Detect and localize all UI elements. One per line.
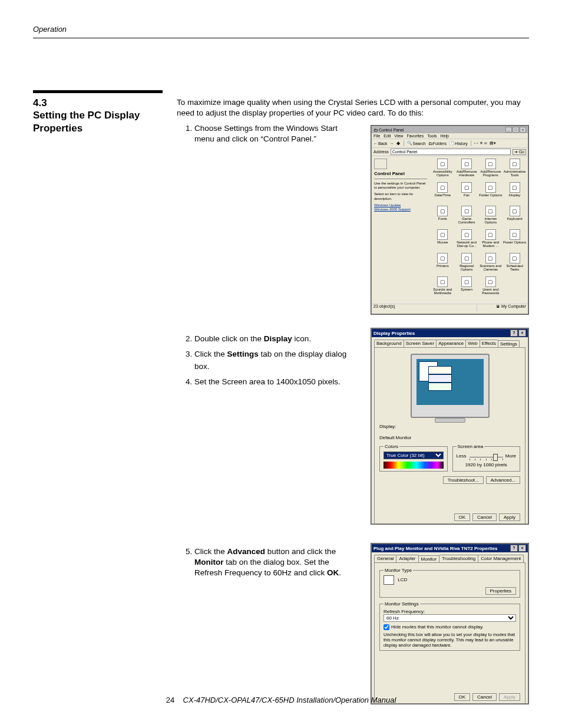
- minimize-icon[interactable]: _: [505, 127, 512, 133]
- forward-button[interactable]: →: [390, 141, 394, 146]
- cp-item-label: System: [455, 288, 479, 291]
- control-panel-item[interactable]: ▢Power Options: [503, 229, 527, 252]
- folders-button[interactable]: 🗀 Folders: [428, 141, 447, 146]
- section-title: Setting the PC Display Properties: [33, 110, 140, 133]
- tab-adapter[interactable]: Adapter: [396, 555, 418, 562]
- color-gradient-icon: [384, 462, 444, 469]
- tab-effects[interactable]: Effects: [480, 340, 498, 347]
- control-panel-item[interactable]: ▢Sounds and Multimedia: [431, 276, 455, 299]
- control-panel-item[interactable]: ▢Regional Options: [455, 253, 479, 275]
- section-heading: 4.3 Setting the PC Display Properties: [33, 97, 163, 134]
- control-panel-item[interactable]: ▢Fonts: [431, 206, 455, 228]
- control-panel-item[interactable]: ▢Fax: [455, 182, 479, 205]
- control-panel-item[interactable]: ▢Game Controllers: [455, 206, 479, 228]
- control-panel-item[interactable]: ▢Mouse: [431, 229, 455, 252]
- tab-troubleshooting[interactable]: Troubleshooting: [439, 555, 478, 562]
- menu-edit[interactable]: Edit: [384, 134, 391, 138]
- screenshot-display-properties: Display Properties ? × BackgroundScreen …: [371, 328, 528, 524]
- tab-screen-saver[interactable]: Screen Saver: [404, 340, 437, 347]
- titlebar: 🗀 Control Panel _ □ ×: [372, 126, 528, 133]
- menu-file[interactable]: File: [373, 134, 380, 138]
- page-number: 24: [166, 696, 174, 704]
- control-panel-item[interactable]: ▢Printers: [431, 253, 455, 275]
- views-button[interactable]: ▤▾: [490, 141, 496, 146]
- hide-modes-note: Unchecking this box will allow you to se…: [384, 632, 516, 648]
- cp-item-icon: ▢: [485, 229, 496, 240]
- history-button[interactable]: 🕘 History: [449, 141, 468, 146]
- status-location: 🖥 My Computer: [477, 304, 528, 311]
- help-icon[interactable]: ?: [510, 545, 518, 552]
- control-panel-item[interactable]: ▢Scheduled Tasks: [503, 253, 527, 275]
- cp-item-label: Add/Remove Programs: [479, 170, 503, 177]
- header-rule: [33, 38, 529, 38]
- control-panel-item[interactable]: ▢Phone and Modem ...: [479, 229, 503, 252]
- tab-general[interactable]: General: [374, 555, 396, 562]
- menu-bar: File Edit View Favorites Tools Help: [372, 133, 528, 139]
- maximize-icon[interactable]: □: [513, 127, 519, 133]
- screen-area-legend: Screen area: [457, 444, 485, 449]
- cp-item-label: Keyboard: [503, 217, 527, 220]
- control-panel-item[interactable]: ▢Network and Dial-up Co...: [455, 229, 479, 252]
- troubleshoot-button[interactable]: Troubleshoot...: [443, 476, 484, 484]
- control-panel-item[interactable]: ▢Users and Passwords: [479, 276, 503, 299]
- close-icon[interactable]: ×: [518, 330, 526, 337]
- close-icon[interactable]: ×: [518, 545, 526, 552]
- slider-thumb-icon[interactable]: [493, 454, 498, 461]
- cp-item-icon: ▢: [510, 229, 520, 240]
- hide-modes-input[interactable]: [384, 624, 389, 630]
- tab-appearance[interactable]: Appearance: [436, 340, 466, 347]
- tab-web[interactable]: Web: [465, 340, 480, 347]
- cp-item-label: Regional Options: [455, 264, 479, 272]
- cp-item-label: Internet Options: [479, 217, 503, 225]
- menu-favorites[interactable]: Favorites: [406, 134, 424, 138]
- cp-item-label: Network and Dial-up Co...: [455, 241, 479, 248]
- up-button[interactable]: 🡹: [396, 141, 401, 146]
- control-panel-item[interactable]: ▢Administrative Tools: [503, 159, 527, 181]
- control-panel-item[interactable]: ▢Add/Remove Programs: [479, 159, 503, 181]
- advanced-button[interactable]: Advanced...: [486, 476, 520, 484]
- address-input[interactable]: [391, 149, 511, 155]
- link-windows-update[interactable]: Windows Update: [374, 203, 427, 207]
- section-number: 4.3: [33, 97, 47, 108]
- control-panel-item[interactable]: ▢Internet Options: [479, 206, 503, 228]
- link-windows-2000-support[interactable]: Windows 2000 Support: [374, 207, 427, 211]
- section-rule: [33, 90, 163, 93]
- cancel-button[interactable]: Cancel: [472, 513, 497, 521]
- monitor-panel: Monitor Type LCD Properties Monitor Sett…: [374, 562, 525, 704]
- control-panel-item[interactable]: ▢Display: [503, 182, 527, 205]
- menu-tools[interactable]: Tools: [427, 134, 437, 138]
- control-panel-item[interactable]: ▢System: [455, 276, 479, 299]
- tab-strip: BackgroundScreen SaverAppearanceWebEffec…: [372, 337, 528, 347]
- step-2: Double click on the Display icon.: [194, 333, 351, 345]
- control-panel-item[interactable]: ▢Add/Remove Hardware: [455, 159, 479, 181]
- window-title: 🗀 Control Panel: [373, 128, 404, 132]
- control-panel-item[interactable]: ▢Keyboard: [503, 206, 527, 228]
- control-panel-item[interactable]: ▢Scanners and Cameras: [479, 253, 503, 275]
- properties-button[interactable]: Properties: [485, 587, 516, 595]
- control-panel-item[interactable]: ▢Date/Time: [431, 182, 455, 205]
- control-panel-item[interactable]: ▢Folder Options: [479, 182, 503, 205]
- icon-area: ▢Accessibility Options▢Add/Remove Hardwa…: [429, 156, 528, 304]
- intro-paragraph: To maximize image quality when using the…: [177, 97, 530, 118]
- menu-help[interactable]: Help: [441, 134, 449, 138]
- back-button[interactable]: ← Back: [373, 141, 388, 146]
- menu-view[interactable]: View: [394, 134, 403, 138]
- cp-item-icon: ▢: [461, 229, 472, 240]
- help-icon[interactable]: ?: [510, 330, 518, 337]
- tab-color-management[interactable]: Color Management: [478, 555, 524, 562]
- resolution-slider[interactable]: Less More: [457, 453, 517, 461]
- cp-item-label: Display: [503, 193, 527, 197]
- search-button[interactable]: 🔍 Search: [407, 141, 426, 146]
- refresh-frequency-select[interactable]: 60 Hz: [384, 614, 516, 622]
- step-3: Click the Settings tab on the display di…: [194, 348, 351, 373]
- toolbar-extra[interactable]: ▫ ▫ ✕ ∞: [474, 141, 487, 146]
- color-depth-select[interactable]: True Color (32 bit): [384, 452, 444, 459]
- tab-background[interactable]: Background: [374, 340, 404, 347]
- hide-modes-checkbox[interactable]: Hide modes that this monitor cannot disp…: [384, 624, 516, 630]
- apply-button[interactable]: Apply: [499, 513, 520, 521]
- control-panel-item[interactable]: ▢Accessibility Options: [431, 159, 455, 181]
- running-header: Operation: [33, 25, 67, 34]
- ok-button[interactable]: OK: [454, 513, 471, 521]
- close-icon[interactable]: ×: [520, 127, 526, 133]
- go-button[interactable]: ➜ Go: [513, 149, 526, 155]
